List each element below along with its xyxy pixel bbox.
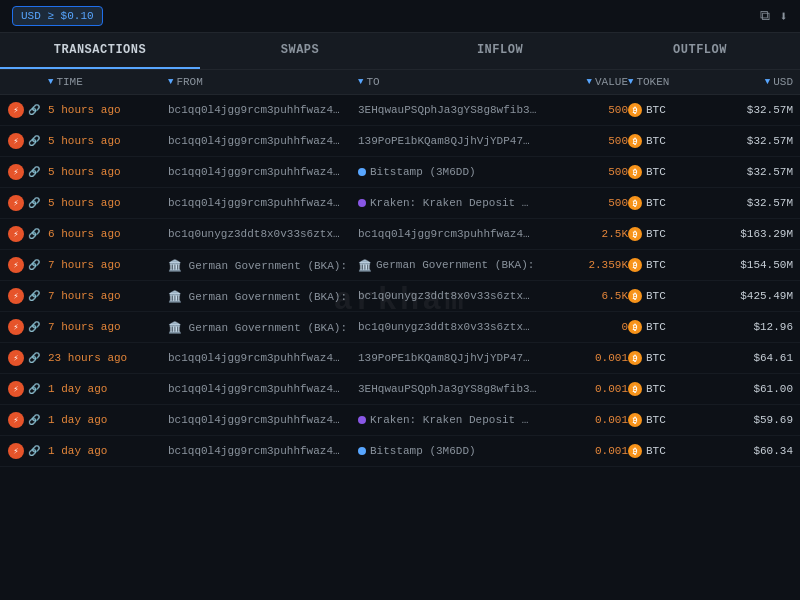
row-link-icon[interactable]: 🔗 xyxy=(28,197,48,209)
btc-icon: ₿ xyxy=(628,413,642,427)
row-from[interactable]: 🏛️ German Government (BKA): xyxy=(168,321,348,334)
row-to[interactable]: 139PoPE1bKQam8QJjhVjYDP47… xyxy=(358,352,538,364)
row-from[interactable]: bc1qq0l4jgg9rcm3puhhfwaz4… xyxy=(168,352,348,364)
col-usd-label: USD xyxy=(773,76,793,88)
row-to[interactable]: Kraken: Kraken Deposit … xyxy=(358,414,538,426)
col-from[interactable]: ▼ FROM xyxy=(168,76,358,88)
row-to[interactable]: bc1q0unygz3ddt8x0v33s6ztx… xyxy=(358,321,538,333)
col-from-label: FROM xyxy=(176,76,202,88)
row-from[interactable]: bc1qq0l4jgg9rcm3puhhfwaz4… xyxy=(168,135,348,147)
row-usd: $32.57M xyxy=(708,135,793,147)
col-to-label: TO xyxy=(366,76,379,88)
row-status-icon: ⚡ xyxy=(8,443,24,459)
table-row[interactable]: ⚡🔗23 hours agobc1qq0l4jgg9rcm3puhhfwaz4…… xyxy=(0,343,800,374)
row-to[interactable]: Kraken: Kraken Deposit … xyxy=(358,197,538,209)
table-row[interactable]: ⚡🔗1 day agobc1qq0l4jgg9rcm3puhhfwaz4… Bi… xyxy=(0,436,800,467)
col-value[interactable]: ▼ VALUE xyxy=(548,76,628,88)
row-status-icon: ⚡ xyxy=(8,102,24,118)
row-link-icon[interactable]: 🔗 xyxy=(28,104,48,116)
row-time: 7 hours ago xyxy=(48,290,168,302)
tab-swaps[interactable]: SWAPS xyxy=(200,33,400,69)
row-link-icon[interactable]: 🔗 xyxy=(28,383,48,395)
row-link-icon[interactable]: 🔗 xyxy=(28,321,48,333)
btc-icon: ₿ xyxy=(628,444,642,458)
btc-icon: ₿ xyxy=(628,382,642,396)
row-to[interactable]: bc1qq0l4jgg9rcm3puhhfwaz4… xyxy=(358,228,538,240)
btc-icon: ₿ xyxy=(628,320,642,334)
tab-inflow[interactable]: INFLOW xyxy=(400,33,600,69)
row-status-icon: ⚡ xyxy=(8,257,24,273)
row-from[interactable]: bc1q0unygz3ddt8x0v33s6ztx… xyxy=(168,228,348,240)
row-status-icon: ⚡ xyxy=(8,226,24,242)
row-from[interactable]: 🏛️ German Government (BKA): xyxy=(168,290,348,303)
row-status-icon: ⚡ xyxy=(8,319,24,335)
table-row[interactable]: ⚡🔗5 hours agobc1qq0l4jgg9rcm3puhhfwaz4…3… xyxy=(0,95,800,126)
col-token[interactable]: ▼ TOKEN xyxy=(628,76,708,88)
row-value: 0 xyxy=(548,321,628,333)
col-usd[interactable]: ▼ USD xyxy=(708,76,793,88)
row-token: ₿ BTC xyxy=(628,196,708,210)
filter-badge[interactable]: USD ≥ $0.10 xyxy=(12,6,103,26)
row-link-icon[interactable]: 🔗 xyxy=(28,352,48,364)
col-token-label: TOKEN xyxy=(636,76,669,88)
row-to[interactable]: 3EHqwauPSQphJa3gYS8g8wfib3… xyxy=(358,383,538,395)
top-bar-icons: ⧉ ⬇ xyxy=(760,8,788,25)
row-usd: $64.61 xyxy=(708,352,793,364)
kraken-icon xyxy=(358,199,366,207)
row-to[interactable]: 139PoPE1bKQam8QJjhVjYDP47… xyxy=(358,135,538,147)
row-from[interactable]: bc1qq0l4jgg9rcm3puhhfwaz4… xyxy=(168,197,348,209)
row-token: ₿ BTC xyxy=(628,134,708,148)
table-row[interactable]: ⚡🔗7 hours ago🏛️ German Government (BKA):… xyxy=(0,250,800,281)
kraken-icon xyxy=(358,416,366,424)
row-from[interactable]: bc1qq0l4jgg9rcm3puhhfwaz4… xyxy=(168,383,348,395)
row-link-icon[interactable]: 🔗 xyxy=(28,290,48,302)
download-icon[interactable]: ⬇ xyxy=(780,8,788,25)
tab-outflow[interactable]: OUTFLOW xyxy=(600,33,800,69)
table-row[interactable]: ⚡🔗7 hours ago🏛️ German Government (BKA):… xyxy=(0,312,800,343)
row-from[interactable]: bc1qq0l4jgg9rcm3puhhfwaz4… xyxy=(168,445,348,457)
row-from[interactable]: bc1qq0l4jgg9rcm3puhhfwaz4… xyxy=(168,414,348,426)
row-value: 500 xyxy=(548,104,628,116)
row-from[interactable]: 🏛️ German Government (BKA): xyxy=(168,259,348,272)
row-token: ₿ BTC xyxy=(628,165,708,179)
row-to[interactable]: 3EHqwauPSQphJa3gYS8g8wfib3… xyxy=(358,104,538,116)
row-token: ₿ BTC xyxy=(628,444,708,458)
col-to[interactable]: ▼ TO xyxy=(358,76,548,88)
tab-transactions[interactable]: TRANSACTIONS xyxy=(0,33,200,69)
table-row[interactable]: ⚡🔗5 hours agobc1qq0l4jgg9rcm3puhhfwaz4… … xyxy=(0,157,800,188)
btc-icon: ₿ xyxy=(628,227,642,241)
row-usd: $32.57M xyxy=(708,166,793,178)
row-link-icon[interactable]: 🔗 xyxy=(28,166,48,178)
col-time[interactable]: ▼ TIME xyxy=(48,76,168,88)
row-time: 5 hours ago xyxy=(48,104,168,116)
row-value: 0.001 xyxy=(548,414,628,426)
table-row[interactable]: ⚡🔗6 hours agobc1q0unygz3ddt8x0v33s6ztx…b… xyxy=(0,219,800,250)
table-row[interactable]: ⚡🔗5 hours agobc1qq0l4jgg9rcm3puhhfwaz4… … xyxy=(0,188,800,219)
row-link-icon[interactable]: 🔗 xyxy=(28,445,48,457)
row-usd: $163.29M xyxy=(708,228,793,240)
row-link-icon[interactable]: 🔗 xyxy=(28,135,48,147)
row-to[interactable]: 🏛️ German Government (BKA): xyxy=(358,259,538,272)
table-row[interactable]: ⚡🔗7 hours ago🏛️ German Government (BKA):… xyxy=(0,281,800,312)
row-link-icon[interactable]: 🔗 xyxy=(28,228,48,240)
btc-icon: ₿ xyxy=(628,289,642,303)
table-row[interactable]: ⚡🔗1 day agobc1qq0l4jgg9rcm3puhhfwaz4…3EH… xyxy=(0,374,800,405)
row-from[interactable]: bc1qq0l4jgg9rcm3puhhfwaz4… xyxy=(168,166,348,178)
btc-icon: ₿ xyxy=(628,258,642,272)
copy-icon[interactable]: ⧉ xyxy=(760,8,770,25)
table-row[interactable]: ⚡🔗1 day agobc1qq0l4jgg9rcm3puhhfwaz4… Kr… xyxy=(0,405,800,436)
filter-icon-value: ▼ xyxy=(587,77,592,87)
row-link-icon[interactable]: 🔗 xyxy=(28,414,48,426)
row-token: ₿ BTC xyxy=(628,289,708,303)
top-bar: USD ≥ $0.10 ⧉ ⬇ xyxy=(0,0,800,33)
filter-icon-time: ▼ xyxy=(48,77,53,87)
row-to[interactable]: bc1q0unygz3ddt8x0v33s6ztx… xyxy=(358,290,538,302)
row-status-icon: ⚡ xyxy=(8,195,24,211)
row-value: 500 xyxy=(548,166,628,178)
row-link-icon[interactable]: 🔗 xyxy=(28,259,48,271)
row-to[interactable]: Bitstamp (3M6DD) xyxy=(358,445,538,457)
table-row[interactable]: ⚡🔗5 hours agobc1qq0l4jgg9rcm3puhhfwaz4…1… xyxy=(0,126,800,157)
row-to[interactable]: Bitstamp (3M6DD) xyxy=(358,166,538,178)
row-value: 6.5K xyxy=(548,290,628,302)
row-from[interactable]: bc1qq0l4jgg9rcm3puhhfwaz4… xyxy=(168,104,348,116)
